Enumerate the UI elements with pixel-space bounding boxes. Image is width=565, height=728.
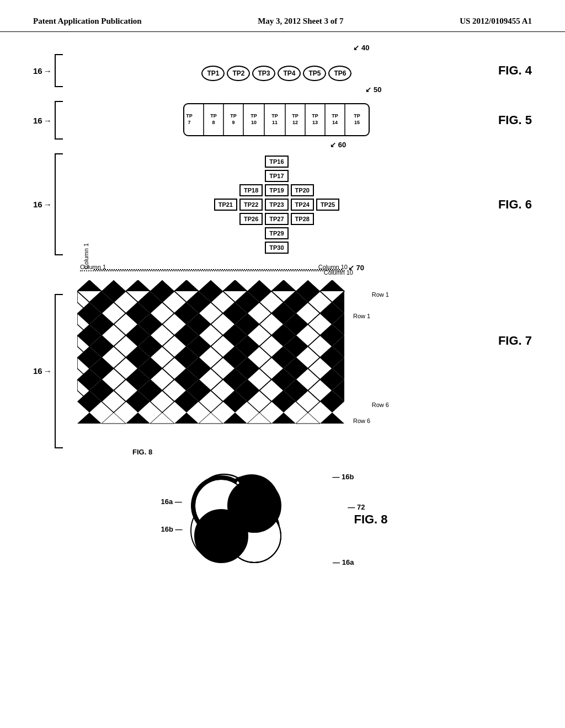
fig6-content: ↙ 60 TP16 TP17 TP18 TP19 TP20 bbox=[77, 154, 476, 255]
svg-text:11: 11 bbox=[272, 120, 278, 125]
svg-text:TP: TP bbox=[272, 113, 279, 119]
fig6-row6: TP29 bbox=[264, 227, 289, 239]
svg-marker-172 bbox=[271, 413, 296, 424]
svg-text:13: 13 bbox=[312, 120, 318, 125]
svg-text:15: 15 bbox=[354, 120, 360, 125]
fig5-side-label: 16 bbox=[33, 116, 42, 125]
svg-marker-165 bbox=[102, 413, 126, 424]
fig7-arrow: → bbox=[44, 366, 52, 376]
fig8-label-16a-bottom: — 16a bbox=[333, 558, 354, 566]
fig4-side-label: 16 bbox=[33, 66, 42, 76]
header-middle: May 3, 2012 Sheet 3 of 7 bbox=[258, 17, 343, 26]
row1-label: Row 1 bbox=[372, 291, 389, 298]
fig4-arrow: → bbox=[44, 66, 52, 76]
header-right: US 2012/0109455 A1 bbox=[460, 17, 532, 26]
svg-text:14: 14 bbox=[332, 120, 338, 125]
fig7-content: Column 1 Column 10 ↙ 70 // This will be … bbox=[77, 269, 487, 456]
fig7-diamond-grid: // This will be handled in the outer scr… bbox=[77, 280, 348, 443]
fig6-row2: TP17 bbox=[264, 170, 289, 182]
svg-text:7: 7 bbox=[188, 120, 191, 125]
tp18: TP18 bbox=[239, 184, 263, 196]
main-content: 16 → ↙ 40 TP1 TP2 TP3 TP4 TP5 TP6 bbox=[0, 38, 565, 588]
tp28: TP28 bbox=[291, 213, 314, 225]
fig5-arrow: → bbox=[44, 116, 52, 125]
tp21: TP21 bbox=[214, 199, 237, 211]
svg-marker-164 bbox=[77, 413, 102, 424]
svg-text:TP: TP bbox=[354, 113, 361, 119]
row6-label: Row 6 bbox=[372, 402, 389, 408]
tp5: TP5 bbox=[303, 66, 326, 81]
col1-label-div: Column 1 bbox=[80, 264, 106, 270]
svg-text:TP: TP bbox=[186, 113, 193, 119]
fig7-side-label: 16 bbox=[33, 366, 42, 376]
svg-text:12: 12 bbox=[292, 120, 298, 125]
svg-text:9: 9 bbox=[232, 120, 235, 125]
fig6-row1: TP16 bbox=[264, 156, 289, 168]
row1-right-label: Row 1 bbox=[353, 313, 370, 319]
fig5-label: FIG. 5 bbox=[498, 113, 532, 127]
tp1: TP1 bbox=[201, 66, 225, 81]
fig5-left: 16 → bbox=[33, 101, 77, 140]
fig5-section: 16 → ↙ 50 TP 7 TP bbox=[33, 101, 532, 140]
svg-text:10: 10 bbox=[251, 120, 257, 125]
fig6-row5: TP26 TP27 TP28 bbox=[238, 213, 315, 225]
svg-marker-169 bbox=[199, 413, 223, 424]
fig4-content: ↙ 40 TP1 TP2 TP3 TP4 TP5 TP6 bbox=[77, 60, 476, 81]
fig6-arrow: → bbox=[44, 200, 52, 209]
tp4: TP4 bbox=[278, 66, 301, 81]
svg-marker-35 bbox=[271, 280, 296, 291]
fig6-section: 16 → ↙ 60 TP16 TP17 bbox=[33, 153, 532, 255]
fig7-section: 16 → Column 1 Column 10 ↙ 70 bbox=[33, 269, 532, 456]
svg-text:TP: TP bbox=[211, 113, 217, 119]
tp2: TP2 bbox=[227, 66, 250, 81]
header-left: Patent Application Publication bbox=[33, 17, 142, 26]
tp23: TP23 bbox=[265, 199, 288, 211]
svg-marker-171 bbox=[247, 413, 271, 424]
fig5-content: ↙ 50 TP 7 TP 8 TP bbox=[77, 101, 476, 140]
fig7-left: 16 → bbox=[33, 294, 77, 448]
fig5-svg: TP 7 TP 8 TP 9 TP 10 TP bbox=[183, 101, 370, 140]
fig6-row4: TP21 TP22 TP23 TP24 TP25 bbox=[213, 199, 340, 211]
fig4-section: 16 → ↙ 40 TP1 TP2 TP3 TP4 TP5 TP6 bbox=[33, 54, 532, 87]
svg-text:TP: TP bbox=[312, 113, 319, 119]
tp30: TP30 bbox=[265, 242, 288, 254]
tp16: TP16 bbox=[265, 156, 288, 168]
svg-marker-173 bbox=[296, 413, 320, 424]
fig7-ref-arrow: ↙ 70 bbox=[348, 264, 364, 272]
svg-marker-31 bbox=[174, 280, 199, 291]
fig4-left: 16 → bbox=[33, 54, 77, 87]
svg-marker-168 bbox=[174, 413, 199, 424]
fig5-ref-arrow: ↙ 50 bbox=[365, 85, 381, 94]
fig8-section: — 16b 16a — 16b — — 16a — 72 FIG. 8 bbox=[33, 470, 532, 569]
tp24: TP24 bbox=[291, 199, 314, 211]
svg-marker-37 bbox=[320, 280, 344, 291]
fig8-label-16a: 16a — bbox=[161, 497, 182, 506]
fig4-ref-arrow: ↙ 40 bbox=[353, 44, 369, 52]
fig8-sublabel: FIG. 8 bbox=[132, 448, 152, 456]
tp20: TP20 bbox=[291, 184, 314, 196]
fig6-left: 16 → bbox=[33, 153, 77, 255]
fig4-panels: TP1 TP2 TP3 TP4 TP5 TP6 bbox=[200, 66, 353, 81]
tp26: TP26 bbox=[239, 213, 263, 225]
fig8-label-72: — 72 bbox=[348, 503, 365, 511]
tp17: TP17 bbox=[265, 170, 288, 182]
tp22: TP22 bbox=[239, 199, 263, 211]
svg-text:TP: TP bbox=[251, 113, 258, 119]
svg-marker-27 bbox=[77, 280, 102, 291]
fig6-side-label: 16 bbox=[33, 200, 42, 209]
svg-marker-170 bbox=[223, 413, 247, 424]
fig6-row7: TP30 bbox=[264, 242, 289, 254]
tp25: TP25 bbox=[316, 199, 339, 211]
fig8-main-label: FIG. 8 bbox=[354, 512, 387, 527]
fig8-label-16b-bottom: 16b — bbox=[161, 525, 182, 533]
fig7-label: FIG. 7 bbox=[498, 334, 532, 348]
svg-marker-174 bbox=[320, 413, 344, 424]
tp29: TP29 bbox=[265, 227, 288, 239]
fig6-ref-arrow: ↙ 60 bbox=[330, 141, 346, 149]
svg-text:TP: TP bbox=[332, 113, 339, 119]
fig8-diagram: — 16b 16a — 16b — — 16a — 72 bbox=[177, 470, 343, 569]
svg-text:TP: TP bbox=[292, 113, 299, 119]
fig4-label: FIG. 4 bbox=[498, 63, 532, 78]
fig6-label: FIG. 6 bbox=[498, 197, 532, 212]
tp19: TP19 bbox=[265, 184, 288, 196]
